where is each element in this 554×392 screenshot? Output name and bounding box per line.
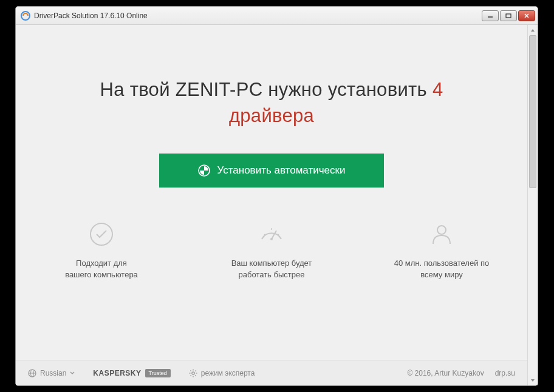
headline-middle: нужно установить <box>262 79 433 100</box>
headline-pcname: ZENIT-PC <box>176 79 263 100</box>
svg-point-12 <box>437 226 446 234</box>
svg-line-21 <box>190 370 191 371</box>
scrollbar-thumb[interactable] <box>529 35 536 188</box>
app-window: DriverPack Solution 17.6.10 Online На тв… <box>15 6 538 386</box>
feature-text-line1: Ваш компьютер будет <box>231 259 312 268</box>
svg-rect-2 <box>506 14 511 18</box>
kaspersky-label: KASPERSKY <box>93 369 141 377</box>
user-icon <box>428 221 455 248</box>
window-title: DriverPack Solution 17.6.10 Online <box>34 12 482 20</box>
svg-line-7 <box>272 231 276 239</box>
feature-text-line2: всему миру <box>420 270 462 279</box>
trusted-badge: Trusted <box>145 369 171 377</box>
svg-point-6 <box>91 223 112 245</box>
content-area: На твой ZENIT-PC нужно установить 4 драй… <box>16 25 538 385</box>
maximize-button[interactable] <box>500 10 517 21</box>
scroll-up-button[interactable] <box>528 25 538 35</box>
feature-text-line1: Подходит для <box>76 259 127 268</box>
feature-text-line2: вашего компьютера <box>65 270 138 279</box>
gauge-icon <box>258 221 285 248</box>
globe-icon <box>28 369 36 377</box>
svg-line-22 <box>195 375 196 376</box>
feature-faster: Ваш компьютер будет работать быстрее <box>211 221 332 281</box>
features-row: Подходит для вашего компьютера <box>16 221 527 281</box>
feature-compatible: Подходит для вашего компьютера <box>41 221 162 281</box>
site-link[interactable]: drp.su <box>495 369 515 377</box>
expert-mode-link[interactable]: режим эксперта <box>189 369 255 377</box>
feature-text-line2: работать быстрее <box>239 270 305 279</box>
svg-line-24 <box>190 375 191 376</box>
svg-point-8 <box>270 238 273 240</box>
titlebar: DriverPack Solution 17.6.10 Online <box>16 7 538 25</box>
headline-count: 4 <box>433 79 443 100</box>
svg-line-23 <box>195 370 196 371</box>
window-controls <box>482 10 535 21</box>
main-area: На твой ZENIT-PC нужно установить 4 драй… <box>16 25 527 385</box>
vertical-scrollbar[interactable] <box>527 25 538 385</box>
app-icon <box>21 11 30 21</box>
feature-users: 40 млн. пользователей по всему миру <box>381 221 502 281</box>
kaspersky-trusted: KASPERSKY Trusted <box>93 369 170 377</box>
copyright-text: © 2016, Artur Kuzyakov <box>407 369 484 377</box>
svg-point-16 <box>192 371 194 374</box>
gear-icon <box>189 369 197 377</box>
headline: На твой ZENIT-PC нужно установить 4 драй… <box>100 76 443 129</box>
minimize-button[interactable] <box>482 10 499 21</box>
install-button-label: Установить автоматически <box>217 164 346 177</box>
chevron-down-icon <box>70 371 75 375</box>
install-icon <box>198 164 210 177</box>
language-selector[interactable]: Russian <box>28 369 75 377</box>
close-button[interactable] <box>518 10 535 21</box>
headline-prefix: На твой <box>100 79 176 100</box>
install-auto-button[interactable]: Установить автоматически <box>159 154 384 188</box>
feature-text-line1: 40 млн. пользователей по <box>394 259 490 268</box>
checkmark-circle-icon <box>88 221 115 248</box>
expert-mode-label: режим эксперта <box>201 369 255 377</box>
scroll-down-button[interactable] <box>528 375 538 385</box>
scrollbar-track[interactable] <box>528 35 538 375</box>
footer: Russian KASPERSKY Trusted <box>16 360 527 385</box>
language-label: Russian <box>40 369 66 377</box>
headline-suffix: драйвера <box>229 105 314 126</box>
